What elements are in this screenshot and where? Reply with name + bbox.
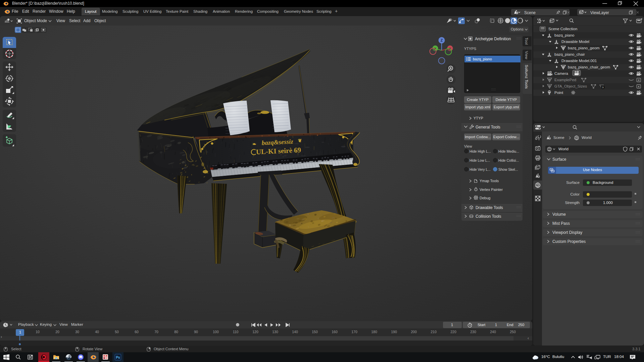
svg-text:Ps: Ps: [116, 356, 120, 359]
svg-text:❦: ❦: [298, 138, 302, 144]
svg-text:bazq&sessiz: bazq&sessiz: [261, 138, 293, 146]
svg-text:❧: ❧: [252, 142, 257, 147]
svg-text:9: 9: [602, 86, 604, 89]
